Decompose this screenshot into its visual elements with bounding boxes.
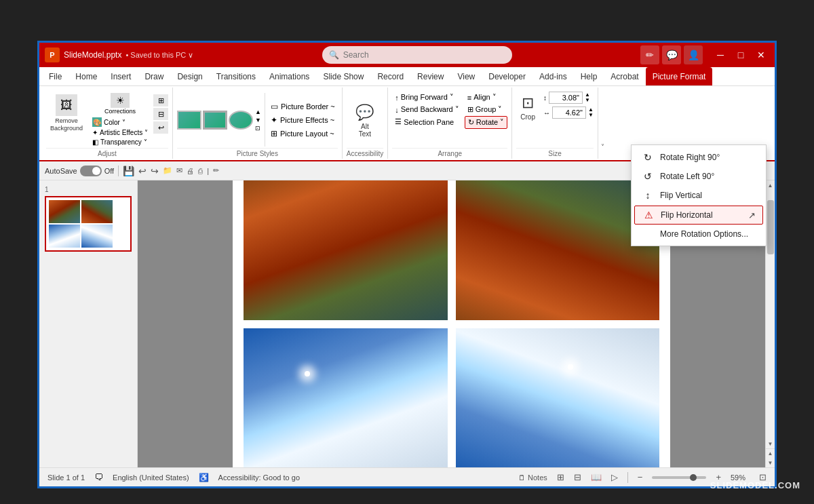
redo-button[interactable]: ↪: [151, 166, 159, 176]
crop-icon: ⊡: [522, 94, 534, 112]
scroll-down-arrow[interactable]: ▼: [766, 439, 775, 448]
slide-image-4[interactable]: [456, 328, 660, 468]
align-icon: ≡: [467, 94, 471, 102]
color-button[interactable]: 🎨 Color ˅: [90, 117, 151, 128]
menu-home[interactable]: Home: [69, 67, 104, 85]
view-presenter-button[interactable]: ▷: [611, 472, 618, 482]
reset-picture-button[interactable]: ↩: [153, 121, 168, 134]
zoom-thumb[interactable]: [690, 474, 697, 481]
view-normal-button[interactable]: ⊞: [557, 472, 564, 482]
rotate-right-90-button[interactable]: ↻ Rotate Right 90°: [632, 148, 766, 167]
scroll-down-btn[interactable]: ▼: [766, 458, 775, 467]
selection-pane-button[interactable]: ☰ Selection Pane: [392, 116, 462, 128]
menu-animations[interactable]: Animations: [263, 67, 316, 85]
menu-draw[interactable]: Draw: [138, 67, 170, 85]
height-down[interactable]: ▼: [585, 98, 590, 103]
menu-transitions[interactable]: Transitions: [210, 67, 263, 85]
arrange-label: Arrange: [392, 148, 507, 157]
notes-button[interactable]: 🗒 Notes: [518, 473, 547, 482]
styles-down-arrow[interactable]: ▼: [254, 116, 262, 124]
flip-vertical-button[interactable]: ↕ Flip Vertical: [632, 186, 766, 205]
close-button[interactable]: ✕: [753, 47, 769, 63]
save-toolbar-button[interactable]: 💾: [123, 166, 134, 176]
styles-more-arrow[interactable]: ⊡: [254, 124, 262, 132]
status-bar: Slide 1 of 1 🗨 English (United States) ♿…: [39, 467, 775, 486]
language-indicator-icon: 🗨: [94, 472, 103, 482]
adjust-label: Adjust: [46, 148, 168, 157]
slide-thumbnail-1[interactable]: [45, 196, 132, 252]
menu-acrobat[interactable]: Acrobat: [604, 67, 645, 85]
menu-addins[interactable]: Add-ins: [532, 67, 574, 85]
maximize-button[interactable]: □: [733, 47, 749, 63]
undo-button[interactable]: ↩: [138, 166, 147, 176]
slide-image-2[interactable]: [456, 180, 660, 320]
menu-view[interactable]: View: [450, 67, 482, 85]
change-picture-button[interactable]: ⊟: [153, 108, 168, 120]
zoom-out-button[interactable]: −: [638, 472, 643, 482]
app-logo: P: [45, 47, 60, 62]
crop-button[interactable]: ⊡ Crop: [516, 92, 539, 123]
menu-help[interactable]: Help: [574, 67, 604, 85]
rotate-button[interactable]: ↻ Rotate ˅: [465, 116, 507, 129]
menu-file[interactable]: File: [42, 67, 69, 85]
width-input[interactable]: [552, 106, 586, 119]
style-thumb-2[interactable]: [203, 111, 227, 130]
menu-insert[interactable]: Insert: [104, 67, 138, 85]
width-down[interactable]: ▼: [588, 113, 594, 118]
send-backward-button[interactable]: ↓ Send Backward ˅: [392, 104, 462, 115]
more-rotation-options-button[interactable]: More Rotation Options...: [632, 225, 766, 243]
menu-design[interactable]: Design: [170, 67, 209, 85]
flip-horizontal-button[interactable]: ⚠ Flip Horizontal ↗: [634, 206, 763, 225]
menu-picture-format[interactable]: Picture Format: [646, 67, 713, 85]
alt-text-button[interactable]: 💬 AltText: [350, 101, 379, 140]
slide-image-3[interactable]: [244, 328, 448, 468]
flip-horizontal-icon: ⚠: [642, 210, 655, 220]
pen-icon-btn[interactable]: ✏: [640, 45, 659, 64]
menu-slideshow[interactable]: Slide Show: [316, 67, 370, 85]
bring-forward-button[interactable]: ↑ Bring Forward ˅: [392, 92, 462, 103]
search-bar[interactable]: 🔍: [322, 46, 512, 64]
style-thumb-1[interactable]: [177, 111, 201, 130]
file-title: SlideModel.pptx: [64, 50, 121, 60]
slide-image-1[interactable]: [244, 180, 448, 320]
align-button[interactable]: ≡ Align ˅: [465, 92, 507, 103]
view-reading-button[interactable]: 📖: [591, 472, 602, 482]
picture-layout-button[interactable]: ⊞ Picture Layout ~: [268, 128, 338, 140]
corrections-button[interactable]: ☀ Corrections: [90, 92, 151, 116]
slide-info: Slide 1 of 1: [47, 473, 85, 482]
view-slide-sorter-button[interactable]: ⊟: [574, 472, 581, 482]
ribbon-group-picture-styles: ▲ ▼ ⊡ ▭ Picture Border ~ ✦ Picture Ef: [173, 88, 343, 159]
rotation-dropdown: ↻ Rotate Right 90° ↺ Rotate Left 90° ↕ F…: [631, 144, 767, 246]
scroll-up-btn[interactable]: ▲: [766, 448, 775, 458]
height-input[interactable]: [549, 92, 583, 104]
menu-developer[interactable]: Developer: [482, 67, 532, 85]
zoom-slider[interactable]: [652, 476, 706, 479]
transparency-button[interactable]: ◧ Transparency ˅: [90, 138, 151, 147]
remove-background-button[interactable]: 🖼 RemoveBackground: [46, 92, 87, 135]
group-button[interactable]: ⊞ Group ˅: [465, 104, 507, 115]
style-thumb-3[interactable]: [229, 111, 253, 130]
picture-border-button[interactable]: ▭ Picture Border ~: [268, 100, 338, 113]
width-label: ↔: [543, 109, 550, 117]
styles-up-arrow[interactable]: ▲: [254, 108, 262, 116]
remove-bg-icon: 🖼: [56, 94, 77, 116]
right-scrollbar[interactable]: ▲ ▼ ▲ ▼: [765, 180, 775, 467]
menu-review[interactable]: Review: [410, 67, 450, 85]
notes-icon: 🗒: [518, 473, 526, 482]
rotate-left-90-button[interactable]: ↺ Rotate Left 90°: [632, 167, 766, 186]
search-input[interactable]: [343, 50, 505, 60]
ribbon-expand-button[interactable]: ˅: [598, 88, 607, 159]
comment-icon-btn[interactable]: 💬: [662, 45, 681, 64]
share-icon-btn[interactable]: 👤: [684, 45, 703, 64]
slide-panel: 1: [39, 180, 138, 467]
autosave-toggle[interactable]: [80, 166, 102, 176]
artistic-effects-button[interactable]: ✦ Artistic Effects ˅: [90, 128, 151, 137]
watermark: SLIDEMODEL.COM: [710, 480, 800, 490]
picture-layout-icon: ⊞: [271, 129, 277, 138]
compress-pictures-button[interactable]: ⊞: [153, 94, 168, 106]
menu-record[interactable]: Record: [370, 67, 410, 85]
minimize-button[interactable]: ─: [712, 47, 729, 63]
scroll-up-arrow[interactable]: ▲: [766, 180, 775, 190]
picture-effects-button[interactable]: ✦ Picture Effects ~: [268, 114, 338, 126]
saved-status: • Saved to this PC ∨: [125, 51, 193, 60]
